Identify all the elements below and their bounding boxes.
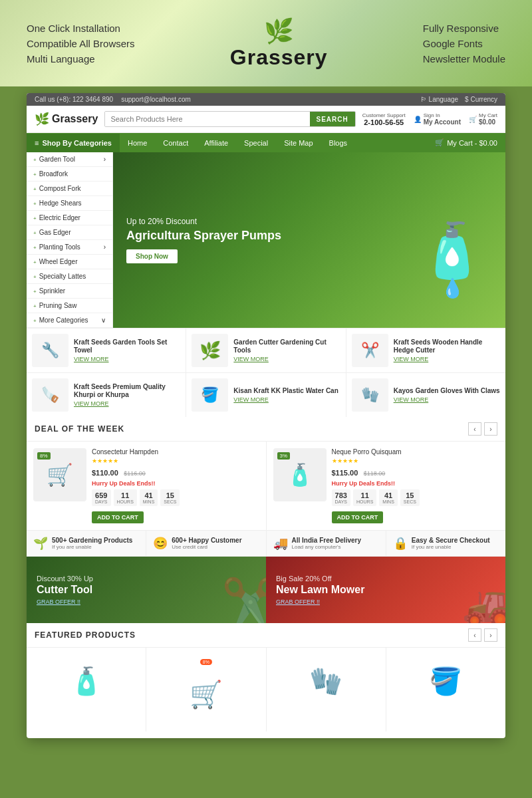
sidebar-item-pruning-saw[interactable]: +Pruning Saw xyxy=(27,299,112,313)
shop-categories-btn[interactable]: ≡ Shop By Categories xyxy=(27,134,120,152)
featured-card-1[interactable]: 🧴 xyxy=(27,648,146,732)
featured-nav: ‹ › xyxy=(468,628,497,642)
featured-prev-btn[interactable]: ‹ xyxy=(468,628,481,642)
site-nav: ≡ Shop By Categories Home Contact Affili… xyxy=(27,133,505,152)
category-garden-tools[interactable]: 🔧 Kraft Seeds Garden Tools Set Towel VIE… xyxy=(27,329,186,372)
stat-sub-products: If you are unable xyxy=(52,544,132,550)
category-info-2: Garden Cutter Gardening Cut Tools VIEW M… xyxy=(233,338,340,362)
hero-product-image: 🧴 💧 xyxy=(406,195,499,328)
sidebar: +Garden Tool › +Broadfork +Compost Fork … xyxy=(27,152,113,328)
shop-now-button[interactable]: Shop Now xyxy=(126,249,178,263)
phone-info: Call us (+8): 122 3464 890 xyxy=(35,96,113,103)
deals-nav: ‹ › xyxy=(468,422,497,436)
sidebar-item-specialty-lattes[interactable]: +Specialty Lattes xyxy=(27,269,112,284)
view-more-link-2[interactable]: VIEW MORE xyxy=(233,356,340,362)
sidebar-item-wheel-edger[interactable]: +Wheel Edger xyxy=(27,255,112,269)
category-cutter[interactable]: 🌿 Garden Cutter Gardening Cut Tools VIEW… xyxy=(186,329,345,372)
add-to-cart-btn-2[interactable]: ADD TO CART xyxy=(332,511,384,523)
sidebar-item-hedge-shears[interactable]: +Hedge Shears xyxy=(27,196,112,211)
feature-3: Multi Language xyxy=(27,53,135,65)
cart-amount: $0.00 xyxy=(479,118,497,126)
menu-icon: ≡ xyxy=(35,139,39,147)
deal-price-1: $110.00 xyxy=(92,469,118,477)
deal-hurry-1: Hurry Up Deals Ends!! xyxy=(92,480,259,487)
cart-header-icon: 🛒 xyxy=(469,116,477,123)
featured-card-2[interactable]: 8% 🛒 xyxy=(146,648,265,732)
sidebar-item-planting-tools[interactable]: +Planting Tools › xyxy=(27,240,112,255)
deals-next-btn[interactable]: › xyxy=(484,422,497,436)
nav-cart[interactable]: 🛒 My Cart - $0.00 xyxy=(427,133,505,152)
sidebar-item-compost-fork[interactable]: +Compost Fork xyxy=(27,182,112,196)
view-more-link-5[interactable]: VIEW MORE xyxy=(233,396,340,403)
account-link[interactable]: 👤 Sign In My Account xyxy=(414,112,461,126)
stat-title-products: 500+ Gardening Products xyxy=(52,537,132,544)
deals-prev-btn[interactable]: ‹ xyxy=(468,422,481,436)
view-more-link-6[interactable]: VIEW MORE xyxy=(394,396,500,403)
nav-home[interactable]: Home xyxy=(120,134,155,152)
cart-header[interactable]: 🛒 My Cart $0.00 xyxy=(469,112,497,126)
customers-icon: 😊 xyxy=(153,536,168,551)
nav-affiliate[interactable]: Affiliate xyxy=(196,134,236,152)
logo-icon: 🌿 xyxy=(264,17,294,45)
timer-mins-2: 41 MINS xyxy=(379,489,398,506)
search-bar[interactable]: SEARCH xyxy=(104,111,355,127)
info-bar-left: Call us (+8): 122 3464 890 support@local… xyxy=(35,96,191,103)
sidebar-item-electric-edger[interactable]: +Electric Edger xyxy=(27,211,112,225)
products-icon: 🌱 xyxy=(33,536,48,551)
promo-cutter[interactable]: ✂️ Discount 30% Up Cutter Tool GRAB OFFE… xyxy=(27,557,266,623)
search-button[interactable]: SEARCH xyxy=(310,112,355,126)
nav-contact[interactable]: Contact xyxy=(155,134,196,152)
view-more-link[interactable]: VIEW MORE xyxy=(74,356,180,362)
site-logo-text: Grassery xyxy=(52,113,98,125)
nav-blogs[interactable]: Blogs xyxy=(321,134,356,152)
promo-mower[interactable]: 🚜 Big Sale 20% Off New Lawn Mower GRAB O… xyxy=(266,557,505,623)
deal-info-1: Consectetur Hampden ★★★★★ $110.00 $116.0… xyxy=(92,448,259,523)
categories-grid: 🔧 Kraft Seeds Garden Tools Set Towel VIE… xyxy=(27,328,505,417)
featured-card-4[interactable]: 🪣 xyxy=(386,648,505,732)
promo-link-1[interactable]: GRAB OFFER !! xyxy=(37,598,93,605)
sidebar-item-gas-edger[interactable]: +Gas Edger xyxy=(27,225,112,240)
view-more-link-3[interactable]: VIEW MORE xyxy=(394,356,500,362)
sidebar-item-more[interactable]: +More Categories ∨ xyxy=(27,313,112,328)
stat-title-customers: 600+ Happy Customer xyxy=(172,537,241,544)
category-img-water-can: 🪣 xyxy=(192,378,228,412)
site-logo[interactable]: 🌿 Grassery xyxy=(35,112,98,126)
promo-banners: ✂️ Discount 30% Up Cutter Tool GRAB OFFE… xyxy=(27,557,505,623)
sidebar-item-broadfork[interactable]: +Broadfork xyxy=(27,167,112,182)
deal-timer-1: 659 DAYS 11 HOURS 41 MINS 15 SECS xyxy=(92,489,259,506)
featured-badge-2: 8% xyxy=(200,659,212,665)
promo-link-2[interactable]: GRAB OFFER !! xyxy=(276,598,364,605)
sidebar-item-sprinkler[interactable]: +Sprinkler xyxy=(27,284,112,299)
site-logo-icon: 🌿 xyxy=(35,112,49,126)
search-input[interactable] xyxy=(105,112,309,126)
stat-delivery: 🚚 All India Free Delivery Load any compu… xyxy=(267,531,386,556)
chevron-down-icon: ∨ xyxy=(101,317,106,324)
nav-special[interactable]: Special xyxy=(236,134,276,152)
featured-header: FEATURED PRODUCTS ‹ › xyxy=(27,623,505,648)
category-name-2: Garden Cutter Gardening Cut Tools xyxy=(233,338,340,354)
chevron-right-icon: › xyxy=(104,156,106,163)
timer-secs-1: 15 SECS xyxy=(160,489,180,506)
sidebar-item-garden-tool[interactable]: +Garden Tool › xyxy=(27,152,112,167)
category-info-6: Kayos Garden Gloves With Claws VIEW MORE xyxy=(394,387,500,403)
category-water-can[interactable]: 🪣 Kisan Kraft KK Plastic Water Can VIEW … xyxy=(186,373,345,417)
featured-card-3[interactable]: 🧤 xyxy=(267,648,386,732)
currency-selector[interactable]: $ Currency xyxy=(465,96,497,103)
category-gloves[interactable]: 🧤 Kayos Garden Gloves With Claws VIEW MO… xyxy=(346,373,505,417)
add-to-cart-btn-1[interactable]: ADD TO CART xyxy=(92,511,144,523)
brand-logo-top: 🌿 Grassery xyxy=(230,17,328,70)
featured-next-btn[interactable]: › xyxy=(484,628,497,642)
language-selector[interactable]: 🏳 Language xyxy=(420,96,458,103)
category-khurpi[interactable]: 🪚 Kraft Seeds Premium Quality Khurpi or … xyxy=(27,373,186,417)
category-img-garden-tools: 🔧 xyxy=(32,334,68,367)
category-hedge[interactable]: ✂️ Kraft Seeds Wooden Handle Hedge Cutte… xyxy=(346,329,505,372)
nav-sitemap[interactable]: Site Map xyxy=(276,134,321,152)
deal-badge-2: 3% xyxy=(277,452,291,460)
deal-hurry-2: Hurry Up Deals Ends!! xyxy=(332,480,499,487)
main-content: +Garden Tool › +Broadfork +Compost Fork … xyxy=(27,152,505,328)
deal-price-2: $115.00 xyxy=(332,469,358,477)
promo-text-2: Big Sale 20% Off New Lawn Mower GRAB OFF… xyxy=(276,575,364,605)
my-account-label: My Account xyxy=(424,118,461,126)
deal-name-1: Consectetur Hampden xyxy=(92,448,259,456)
view-more-link-4[interactable]: VIEW MORE xyxy=(74,400,180,407)
